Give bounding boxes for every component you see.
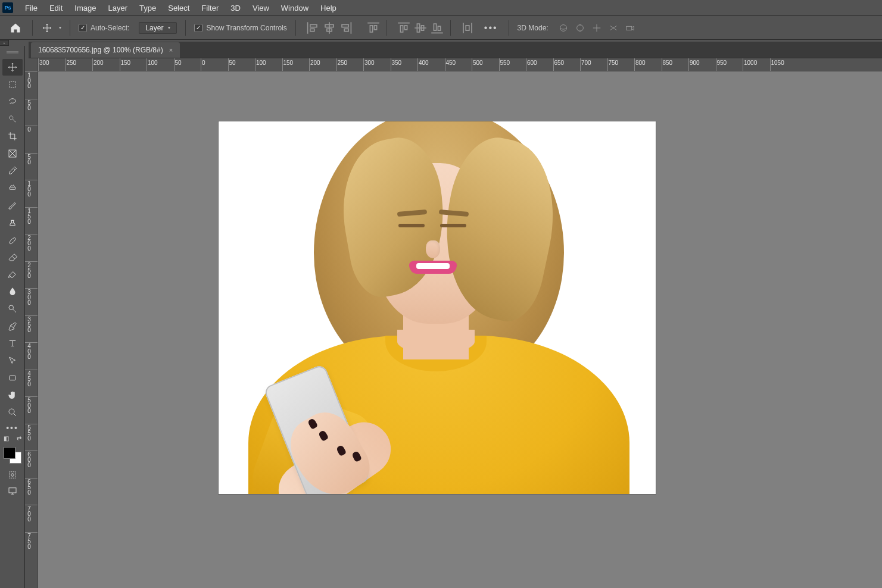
menu-layer[interactable]: Layer [102, 1, 134, 15]
options-bar: ▾ ✓ Auto-Select: Layer ▾ ✓ Show Transfor… [0, 16, 882, 40]
close-tab-button[interactable]: × [169, 46, 173, 54]
ruler-h-label: 1000 [744, 60, 757, 66]
auto-select-label: Auto-Select: [91, 24, 129, 32]
quick-selection-tool[interactable] [2, 111, 23, 127]
history-brush-tool[interactable] [2, 232, 23, 248]
ruler-v-label: 200 [26, 235, 32, 251]
horizontal-ruler[interactable]: 3002502001501005005010015020025030035040… [38, 58, 882, 71]
ruler-h-label: 200 [94, 60, 104, 66]
menu-3d[interactable]: 3D [225, 1, 247, 15]
show-transform-label: Show Transform Controls [206, 24, 286, 32]
show-transform-checkbox[interactable]: ✓ Show Transform Controls [194, 24, 286, 32]
ruler-v-label: 250 [26, 262, 32, 279]
checkbox-checked-icon: ✓ [194, 24, 202, 32]
align-left-edges-button[interactable] [304, 20, 321, 36]
ruler-v-label: 100 [26, 181, 32, 197]
ruler-v-label: 600 [26, 452, 32, 468]
brush-tool[interactable] [2, 197, 23, 214]
panel-grip[interactable] [0, 48, 24, 57]
ruler-v-label: 150 [26, 208, 32, 224]
menu-type[interactable]: Type [133, 1, 162, 15]
3d-slide-icon[interactable] [607, 21, 620, 35]
type-tool[interactable] [2, 335, 23, 352]
ruler-h-label: 700 [581, 60, 591, 66]
distribute-group [395, 20, 445, 36]
quick-mask-button[interactable] [2, 467, 23, 483]
svg-point-0 [560, 24, 566, 31]
vertical-ruler[interactable]: 1005005010015020025030035040045050055060… [25, 71, 38, 588]
ruler-v-label: 350 [26, 317, 32, 333]
tool-preset-chevron-icon[interactable]: ▾ [59, 25, 61, 30]
separator [32, 20, 33, 36]
ruler-h-label: 400 [419, 60, 429, 66]
menu-select[interactable]: Select [162, 1, 195, 15]
distribute-spacing-button[interactable] [459, 20, 476, 36]
gradient-tool[interactable] [2, 266, 23, 283]
dodge-tool[interactable] [2, 301, 23, 317]
menu-file[interactable]: File [19, 1, 43, 15]
ruler-h-label: 300 [39, 60, 49, 66]
menu-image[interactable]: Image [68, 1, 102, 15]
align-horizontal-centers-button[interactable] [321, 20, 338, 36]
ruler-v-label: 750 [26, 533, 32, 549]
auto-select-checkbox[interactable]: ✓ Auto-Select: [79, 24, 129, 32]
distribute-bottom-button[interactable] [429, 20, 445, 36]
path-selection-tool[interactable] [2, 352, 23, 369]
swap-colors-icon[interactable]: ⇄ [17, 435, 21, 446]
align-horizontal-group [304, 20, 354, 36]
menu-view[interactable]: View [247, 1, 275, 15]
svg-rect-6 [9, 187, 15, 190]
blur-tool[interactable] [2, 283, 23, 300]
menu-filter[interactable]: Filter [195, 1, 225, 15]
eyedropper-tool[interactable] [2, 162, 23, 179]
ruler-h-label: 250 [67, 60, 77, 66]
ruler-h-label: 50 [175, 60, 182, 66]
menu-help[interactable]: Help [314, 1, 342, 15]
menu-edit[interactable]: Edit [43, 1, 68, 15]
foreground-color-swatch[interactable] [4, 447, 15, 459]
ruler-h-label: 100 [148, 60, 158, 66]
ruler-origin[interactable] [25, 58, 38, 71]
3d-roll-icon[interactable] [574, 21, 587, 35]
crop-tool[interactable] [2, 128, 23, 145]
3d-pan-icon[interactable] [590, 21, 603, 35]
clone-stamp-tool[interactable] [2, 214, 23, 231]
distribute-top-button[interactable] [395, 20, 412, 36]
screen-mode-button[interactable] [2, 483, 23, 499]
color-swatches[interactable] [4, 447, 21, 464]
rectangular-marquee-tool[interactable] [2, 76, 23, 93]
svg-point-7 [9, 305, 14, 310]
canvas-area[interactable] [38, 71, 882, 588]
menu-window[interactable]: Window [275, 1, 314, 15]
eraser-tool[interactable] [2, 249, 23, 265]
ruler-v-label: 50 [26, 154, 32, 165]
auto-select-target-dropdown[interactable]: Layer ▾ [139, 22, 177, 34]
app-icon: Ps [2, 2, 13, 13]
checkbox-checked-icon: ✓ [79, 24, 87, 32]
hand-tool[interactable] [2, 387, 23, 404]
spot-healing-brush-tool[interactable] [2, 180, 23, 196]
panel-collapse-handle[interactable]: » [0, 40, 9, 46]
pen-tool[interactable] [2, 318, 23, 334]
align-top-edges-button[interactable] [365, 20, 382, 36]
rectangle-tool[interactable] [2, 370, 23, 386]
move-tool[interactable] [2, 59, 23, 76]
document-tab-title: 1606835700656.jpg @ 100% (RGB/8#) [38, 46, 163, 54]
frame-tool[interactable] [2, 145, 23, 162]
document-canvas[interactable] [219, 121, 656, 494]
zoom-tool[interactable] [2, 404, 23, 421]
ruler-h-label: 500 [473, 60, 483, 66]
ruler-v-label: 300 [26, 289, 32, 305]
distribute-vertical-centers-button[interactable] [412, 20, 429, 36]
document-tab-bar: 1606835700656.jpg @ 100% (RGB/8#) × [29, 42, 882, 58]
document-tab[interactable]: 1606835700656.jpg @ 100% (RGB/8#) × [31, 42, 180, 58]
3d-camera-icon[interactable] [624, 21, 637, 35]
3d-orbit-icon[interactable] [557, 21, 570, 35]
more-options-button[interactable]: ••• [484, 23, 498, 33]
lasso-tool[interactable] [2, 93, 23, 110]
align-right-edges-button[interactable] [338, 20, 354, 36]
menu-bar: Ps File Edit Image Layer Type Select Fil… [0, 0, 882, 16]
default-colors-icon[interactable]: ◧ [4, 435, 9, 446]
home-button[interactable] [4, 20, 27, 36]
edit-toolbar-button[interactable]: ••• [2, 422, 23, 434]
